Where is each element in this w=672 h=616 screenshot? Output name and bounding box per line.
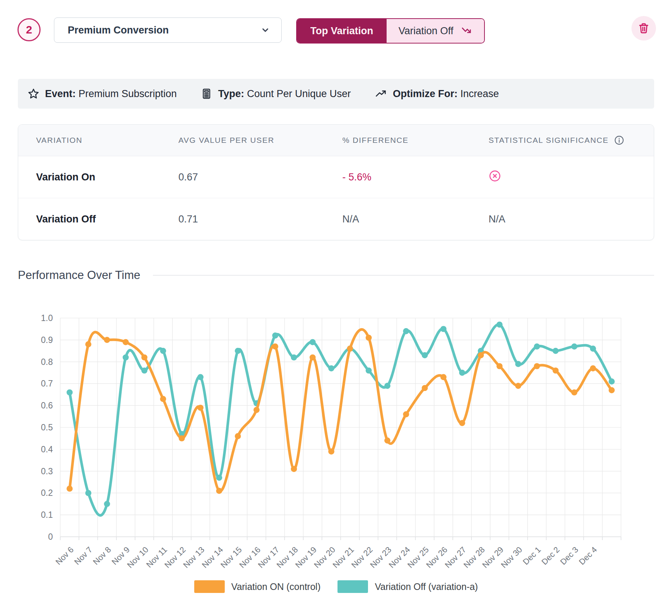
col-avg-value: AVG VALUE PER USER bbox=[178, 136, 342, 145]
row-significance bbox=[489, 170, 654, 185]
svg-text:0.9: 0.9 bbox=[41, 335, 53, 345]
row-avg-value: 0.67 bbox=[178, 171, 342, 183]
x-circle-icon bbox=[489, 170, 501, 182]
type-label: Type: bbox=[218, 88, 244, 99]
svg-text:0.5: 0.5 bbox=[41, 423, 53, 432]
svg-text:0.1: 0.1 bbox=[41, 510, 53, 520]
page-title: Performance Over Time bbox=[18, 269, 140, 282]
experiment-metric-panel: 2 Premium Conversion Top Variation Varia… bbox=[0, 0, 672, 616]
title-divider bbox=[153, 275, 654, 276]
row-significance: N/A bbox=[489, 214, 654, 225]
top-variation-label: Top Variation bbox=[310, 25, 373, 37]
legend-swatch-teal bbox=[337, 580, 368, 593]
section-header: Performance Over Time bbox=[18, 269, 654, 282]
col-variation: VARIATION bbox=[18, 136, 178, 145]
type-info: Type: Count Per Unique User bbox=[201, 88, 351, 100]
optimize-info: Optimize For: Increase bbox=[375, 87, 499, 100]
svg-text:0.8: 0.8 bbox=[41, 357, 53, 367]
legend-label: Variation ON (control) bbox=[231, 581, 321, 592]
trash-icon bbox=[637, 22, 650, 35]
svg-text:0.6: 0.6 bbox=[41, 401, 53, 410]
optimize-label: Optimize For: bbox=[393, 88, 458, 99]
col-significance-label: STATISTICAL SIGNIFICANCE bbox=[489, 136, 609, 145]
row-difference: - 5.6% bbox=[342, 171, 489, 183]
info-icon[interactable] bbox=[614, 135, 624, 145]
metric-dropdown-value: Premium Conversion bbox=[68, 25, 169, 36]
winner-variation-label: Variation Off bbox=[399, 25, 454, 37]
table-header-row: VARIATION AVG VALUE PER USER % DIFFERENC… bbox=[18, 125, 654, 156]
row-difference: N/A bbox=[342, 214, 489, 225]
event-value: Premium Subscription bbox=[79, 88, 177, 99]
svg-text:0: 0 bbox=[48, 532, 53, 542]
svg-text:Nov 30: Nov 30 bbox=[499, 545, 524, 570]
legend-item-variation-off: Variation Off (variation-a) bbox=[337, 580, 478, 593]
legend-label: Variation Off (variation-a) bbox=[375, 581, 478, 592]
svg-text:Nov 7: Nov 7 bbox=[73, 545, 94, 567]
metric-dropdown[interactable]: Premium Conversion bbox=[54, 17, 282, 43]
row-variation-name: Variation On bbox=[18, 171, 178, 183]
table-row: Variation On 0.67 - 5.6% bbox=[18, 156, 654, 198]
svg-text:Dec 3: Dec 3 bbox=[559, 545, 580, 567]
optimize-value: Increase bbox=[460, 88, 499, 99]
trend-up-icon bbox=[375, 87, 387, 100]
delete-metric-button[interactable] bbox=[631, 16, 656, 41]
svg-text:0.4: 0.4 bbox=[41, 445, 53, 454]
legend-swatch-orange bbox=[194, 580, 225, 593]
col-significance: STATISTICAL SIGNIFICANCE bbox=[489, 135, 654, 145]
type-value: Count Per Unique User bbox=[247, 88, 351, 99]
table-row: Variation Off 0.71 N/A N/A bbox=[18, 198, 654, 240]
metric-index-number: 2 bbox=[26, 23, 32, 36]
chart-legend: Variation ON (control) Variation Off (va… bbox=[10, 580, 662, 593]
svg-text:Dec 2: Dec 2 bbox=[540, 545, 561, 567]
chevron-down-icon bbox=[260, 25, 271, 36]
star-icon bbox=[28, 88, 39, 100]
svg-text:1.0: 1.0 bbox=[41, 313, 53, 323]
results-table: VARIATION AVG VALUE PER USER % DIFFERENC… bbox=[18, 124, 654, 240]
svg-text:Nov 8: Nov 8 bbox=[91, 545, 113, 567]
svg-text:0.2: 0.2 bbox=[41, 488, 53, 498]
svg-text:0.7: 0.7 bbox=[41, 379, 53, 388]
svg-text:Nov 6: Nov 6 bbox=[54, 545, 75, 567]
svg-text:0.3: 0.3 bbox=[41, 466, 53, 476]
top-variation-tab[interactable]: Top Variation bbox=[297, 19, 387, 43]
event-info-bar: Event: Premium Subscription Type: Count … bbox=[18, 79, 654, 109]
event-label: Event: bbox=[45, 88, 76, 99]
col-difference: % DIFFERENCE bbox=[342, 136, 489, 145]
svg-text:Dec 1: Dec 1 bbox=[521, 545, 543, 567]
trend-down-icon bbox=[461, 25, 472, 36]
metric-index-badge: 2 bbox=[17, 18, 41, 41]
svg-text:Dec 4: Dec 4 bbox=[577, 545, 599, 567]
calculator-icon bbox=[201, 88, 212, 100]
winner-variation-tab[interactable]: Variation Off bbox=[387, 19, 484, 43]
variation-toggle: Top Variation Variation Off bbox=[296, 18, 485, 44]
row-avg-value: 0.71 bbox=[178, 214, 342, 225]
row-variation-name: Variation Off bbox=[18, 214, 178, 225]
svg-text:Nov 10: Nov 10 bbox=[125, 545, 150, 570]
event-info: Event: Premium Subscription bbox=[28, 88, 177, 100]
legend-item-variation-on: Variation ON (control) bbox=[194, 580, 321, 593]
performance-chart: 1.00.90.80.70.60.50.40.30.20.10Nov 6Nov … bbox=[0, 309, 672, 573]
